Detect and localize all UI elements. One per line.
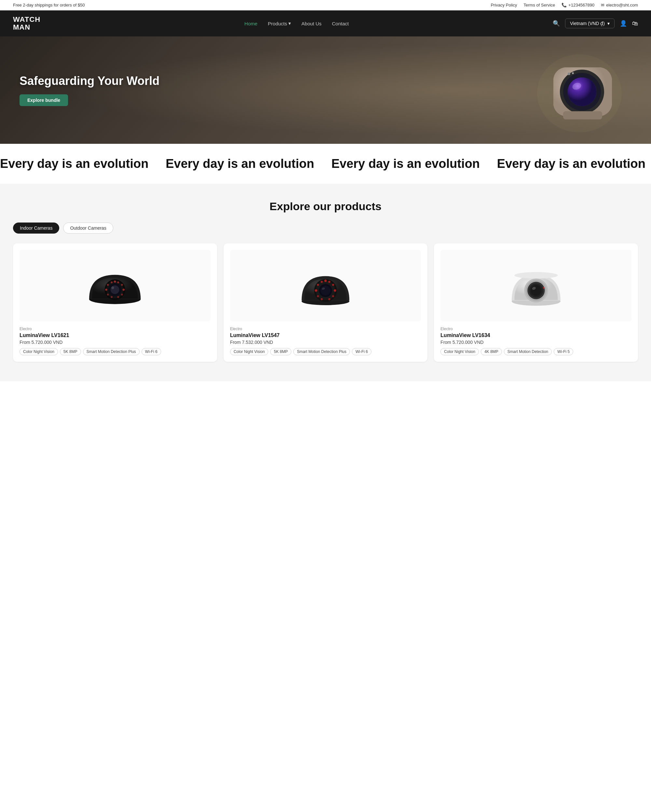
camera-dome-black — [83, 258, 147, 313]
product-image-1 — [230, 250, 421, 321]
svg-point-18 — [114, 281, 116, 283]
tag-2-3: Wi-Fi 5 — [554, 348, 573, 355]
product-card-2[interactable]: Electro LuminaView LV1634 From 5.720.000… — [434, 243, 638, 362]
product-name-0: LuminaView LV1621 — [20, 333, 211, 338]
product-name-2: LuminaView LV1634 — [440, 333, 631, 338]
email-address: electro@sht.com — [606, 3, 638, 8]
product-tags-1: Color Night Vision 5K 8MP Smart Motion D… — [230, 348, 421, 355]
tab-outdoor-cameras[interactable]: Outdoor Cameras — [63, 223, 113, 234]
privacy-policy-link[interactable]: Privacy Policy — [491, 3, 517, 8]
products-title: Explore our products — [13, 200, 638, 213]
svg-point-34 — [324, 279, 327, 282]
svg-point-22 — [121, 294, 123, 296]
svg-point-46 — [514, 272, 558, 278]
svg-point-9 — [568, 73, 570, 75]
product-brand-0: Electro — [20, 327, 211, 331]
svg-point-24 — [111, 296, 113, 298]
nav-home[interactable]: Home — [245, 21, 257, 26]
hero-title: Safeguarding Your World — [20, 74, 159, 88]
explore-bundle-button[interactable]: Explore bundle — [20, 94, 68, 106]
currency-selector[interactable]: Vietnam (VND ₫) ▾ — [565, 18, 614, 28]
currency-chevron: ▾ — [607, 21, 610, 26]
tag-0-3: Wi-Fi 6 — [142, 348, 161, 355]
tag-2-1: 4K 8MP — [481, 348, 502, 355]
chevron-down-icon: ▾ — [289, 20, 291, 26]
svg-point-41 — [317, 295, 319, 297]
phone-icon: 📞 — [561, 3, 567, 8]
logo: WATCH MAN — [13, 15, 40, 31]
tag-2-2: Smart Motion Detection — [504, 348, 552, 355]
logo-line1: WATCH — [13, 15, 40, 23]
email-info: ✉ electro@sht.com — [601, 3, 638, 8]
product-image-2 — [440, 250, 631, 321]
product-name-1: LuminaView LV1547 — [230, 333, 421, 338]
svg-point-31 — [315, 289, 317, 292]
svg-point-6 — [568, 78, 596, 106]
camera-dome-white — [504, 258, 568, 313]
header-actions: 🔍 Vietnam (VND ₫) ▾ 👤 🛍 — [553, 18, 638, 28]
svg-point-51 — [530, 285, 541, 296]
svg-point-40 — [321, 298, 323, 300]
svg-point-33 — [321, 281, 323, 283]
product-tabs: Indoor Cameras Outdoor Cameras — [13, 223, 638, 234]
product-price-0: From 5.720.000 VND — [20, 340, 211, 345]
camera-svg — [534, 48, 625, 133]
svg-point-26 — [111, 285, 119, 294]
hero-camera-image — [534, 48, 625, 133]
tag-0-1: 5K 8MP — [60, 348, 81, 355]
svg-point-36 — [332, 284, 334, 286]
svg-point-20 — [121, 284, 123, 286]
top-bar: Free 2-day shippings for orders of $50 P… — [0, 0, 651, 11]
hero-section: Safeguarding Your World Explore bundle — [0, 37, 651, 144]
svg-point-38 — [332, 295, 334, 297]
svg-point-37 — [334, 289, 336, 292]
marquee-section: Every day is an evolution Every day is a… — [0, 144, 651, 184]
hero-content: Safeguarding Your World Explore bundle — [0, 74, 179, 106]
main-nav: Home Products ▾ About Us Contact — [245, 20, 349, 26]
tag-0-0: Color Night Vision — [20, 348, 58, 355]
product-grid: Electro LuminaView LV1621 From 5.720.000… — [13, 243, 638, 362]
svg-point-15 — [105, 288, 107, 291]
product-image-0 — [20, 250, 211, 321]
user-button[interactable]: 👤 — [620, 20, 627, 27]
tag-1-1: 5K 8MP — [270, 348, 291, 355]
shipping-notice: Free 2-day shippings for orders of $50 — [13, 3, 85, 8]
product-brand-1: Electro — [230, 327, 421, 331]
svg-point-10 — [572, 72, 574, 74]
product-card-1[interactable]: Electro LuminaView LV1547 From 7.532.000… — [224, 243, 428, 362]
svg-point-32 — [317, 284, 319, 286]
cart-button[interactable]: 🛍 — [632, 20, 638, 27]
svg-point-53 — [542, 287, 544, 288]
svg-point-27 — [111, 287, 114, 289]
nav-products[interactable]: Products ▾ — [268, 20, 291, 26]
nav-contact[interactable]: Contact — [332, 21, 349, 26]
tag-1-3: Wi-Fi 6 — [352, 348, 371, 355]
svg-rect-8 — [563, 111, 602, 119]
phone-number: +1234567890 — [568, 3, 594, 8]
tag-1-2: Smart Motion Detection Plus — [293, 348, 350, 355]
tag-1-0: Color Night Vision — [230, 348, 269, 355]
logo-line2: MAN — [13, 23, 40, 31]
tag-0-2: Smart Motion Detection Plus — [83, 348, 140, 355]
search-button[interactable]: 🔍 — [553, 20, 560, 27]
product-card-0[interactable]: Electro LuminaView LV1621 From 5.720.000… — [13, 243, 217, 362]
phone-info: 📞 +1234567890 — [561, 3, 594, 8]
product-price-2: From 5.720.000 VND — [440, 340, 631, 345]
camera-dome-dark — [293, 258, 358, 313]
product-tags-2: Color Night Vision 4K 8MP Smart Motion D… — [440, 348, 631, 355]
svg-point-16 — [107, 284, 109, 286]
product-brand-2: Electro — [440, 327, 631, 331]
tab-indoor-cameras[interactable]: Indoor Cameras — [13, 223, 59, 234]
terms-link[interactable]: Terms of Service — [524, 3, 555, 8]
marquee-text-1: Every day is an evolution Every day is a… — [0, 157, 651, 171]
svg-point-19 — [117, 281, 119, 283]
nav-about[interactable]: About Us — [301, 21, 322, 26]
product-price-1: From 7.532.000 VND — [230, 340, 421, 345]
header: WATCH MAN Home Products ▾ About Us Conta… — [0, 11, 651, 37]
svg-point-43 — [321, 285, 330, 295]
products-section: Explore our products Indoor Cameras Outd… — [0, 184, 651, 381]
svg-point-35 — [328, 281, 330, 283]
svg-point-25 — [107, 294, 109, 296]
svg-point-23 — [117, 296, 119, 298]
svg-point-39 — [328, 298, 330, 300]
